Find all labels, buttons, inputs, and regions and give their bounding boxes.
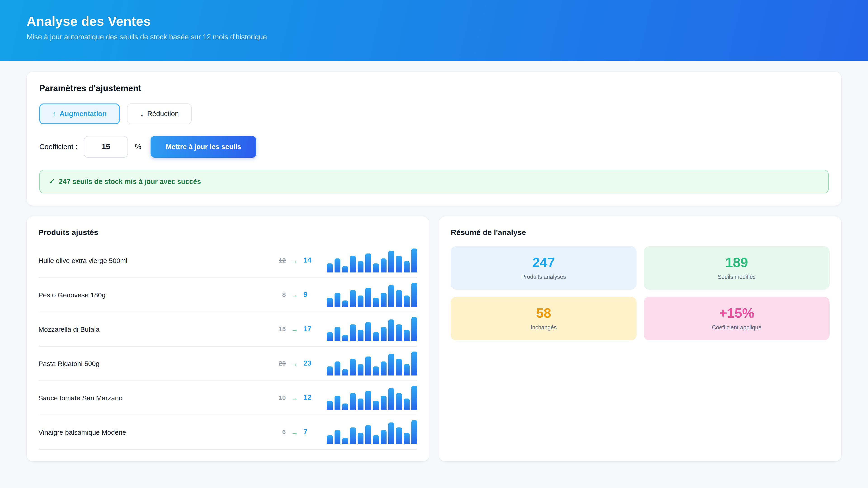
threshold-values: 8 → 9 bbox=[275, 291, 315, 299]
sparkline-bar bbox=[335, 258, 340, 272]
product-old-value: 20 bbox=[275, 360, 286, 367]
sparkline-bar bbox=[404, 261, 410, 272]
sparkline-bar bbox=[388, 354, 394, 375]
product-name: Pasta Rigatoni 500g bbox=[38, 359, 99, 367]
threshold-values: 6 → 7 bbox=[275, 428, 315, 436]
sparkline bbox=[327, 351, 417, 375]
threshold-values: 12 → 14 bbox=[275, 256, 315, 264]
table-row: Mozzarella di Bufala 15 → 17 bbox=[38, 312, 417, 346]
sparkline-bar bbox=[388, 320, 394, 341]
sparkline-bar bbox=[373, 435, 379, 444]
sparkline-bar bbox=[327, 298, 333, 306]
sparkline-bar bbox=[381, 258, 386, 272]
sparkline-bar bbox=[396, 256, 402, 272]
sparkline-bar bbox=[358, 330, 364, 341]
panels-row: Produits ajustés Huile olive extra vierg… bbox=[27, 216, 841, 461]
sparkline-bar bbox=[327, 263, 333, 272]
sparkline bbox=[327, 386, 417, 410]
product-new-value: 17 bbox=[303, 325, 315, 333]
sparkline-bar bbox=[388, 423, 394, 444]
threshold-values: 10 → 12 bbox=[275, 394, 315, 402]
sparkline-bar bbox=[411, 420, 417, 444]
coefficient-label: Coefficient : bbox=[39, 142, 77, 151]
sparkline-bar bbox=[350, 325, 356, 341]
product-new-value: 12 bbox=[303, 394, 315, 402]
sparkline-bar bbox=[396, 393, 402, 410]
sparkline-bar bbox=[388, 388, 394, 410]
mode-toggle-group: ↑ Augmentation ↓ Réduction bbox=[39, 103, 829, 124]
sparkline-bar bbox=[404, 398, 410, 410]
coefficient-input[interactable] bbox=[84, 136, 128, 158]
sparkline-bar bbox=[365, 288, 371, 306]
sparkline-bar bbox=[404, 433, 410, 444]
sparkline-bar bbox=[342, 403, 348, 410]
arrow-right-icon: → bbox=[291, 291, 298, 298]
success-text: 247 seuils de stock mis à jour avec succ… bbox=[59, 177, 201, 186]
percent-sign: % bbox=[135, 142, 141, 151]
product-new-value: 14 bbox=[303, 256, 315, 264]
products-title: Produits ajustés bbox=[38, 228, 417, 237]
sparkline bbox=[327, 317, 417, 341]
augmentation-button[interactable]: ↑ Augmentation bbox=[39, 103, 120, 124]
arrow-down-icon: ↓ bbox=[140, 110, 144, 117]
sparkline-bar bbox=[411, 283, 417, 306]
arrow-up-icon: ↑ bbox=[53, 110, 56, 117]
threshold-values: 20 → 23 bbox=[275, 359, 315, 367]
product-new-value: 9 bbox=[303, 291, 315, 299]
page-subtitle: Mise à jour automatique des seuils de st… bbox=[27, 33, 841, 41]
sparkline-bar bbox=[404, 295, 410, 306]
product-old-value: 6 bbox=[275, 428, 286, 435]
sparkline-bar bbox=[373, 401, 379, 410]
stat-value: 247 bbox=[456, 255, 631, 269]
sparkline-bar bbox=[388, 285, 394, 306]
sparkline-bar bbox=[327, 366, 333, 375]
sparkline-bar bbox=[411, 317, 417, 341]
summary-title: Résumé de l'analyse bbox=[451, 228, 830, 237]
sparkline-bar bbox=[342, 437, 348, 444]
sparkline-bar bbox=[335, 430, 340, 444]
stat-label: Seuils modifiés bbox=[649, 273, 824, 280]
summary-grid: 247 Produits analysés 189 Seuils modifié… bbox=[451, 246, 830, 340]
table-row: Vinaigre balsamique Modène 6 → 7 bbox=[38, 415, 417, 449]
sparkline-bar bbox=[327, 435, 333, 444]
adjusted-products-panel: Produits ajustés Huile olive extra vierg… bbox=[27, 216, 429, 461]
stat-value: +15% bbox=[649, 305, 824, 320]
sparkline bbox=[327, 283, 417, 306]
arrow-right-icon: → bbox=[291, 394, 298, 401]
sparkline-bar bbox=[381, 361, 386, 375]
sparkline-bar bbox=[411, 248, 417, 272]
sparkline-bar bbox=[358, 398, 364, 410]
sparkline-bar bbox=[358, 433, 364, 444]
sparkline-bar bbox=[365, 391, 371, 410]
stat-card-pink: +15% Coefficient appliqué bbox=[644, 297, 830, 340]
stat-card-orange: 58 Inchangés bbox=[451, 297, 637, 340]
sparkline-bar bbox=[335, 396, 340, 410]
augmentation-label: Augmentation bbox=[60, 110, 107, 117]
sparkline-bar bbox=[373, 366, 379, 375]
product-name: Vinaigre balsamique Modène bbox=[38, 428, 126, 436]
sparkline-bar bbox=[350, 393, 356, 410]
product-name: Huile olive extra vierge 500ml bbox=[38, 256, 127, 264]
product-old-value: 15 bbox=[275, 325, 286, 332]
main-content: Paramètres d'ajustement ↑ Augmentation ↓… bbox=[0, 61, 868, 461]
sparkline-bar bbox=[373, 263, 379, 272]
sparkline-bar bbox=[404, 364, 410, 375]
reduction-button[interactable]: ↓ Réduction bbox=[127, 103, 192, 124]
coefficient-row: Coefficient : % Mettre à jour les seuils bbox=[39, 136, 829, 158]
product-name: Mozzarella di Bufala bbox=[38, 325, 99, 333]
sparkline bbox=[327, 420, 417, 444]
sparkline-bar bbox=[365, 425, 371, 444]
sparkline-bar bbox=[342, 300, 348, 306]
sparkline-bar bbox=[396, 428, 402, 444]
stat-label: Coefficient appliqué bbox=[649, 324, 824, 330]
sparkline-bar bbox=[358, 364, 364, 375]
stat-value: 58 bbox=[456, 305, 631, 320]
product-new-value: 7 bbox=[303, 428, 315, 436]
sparkline-bar bbox=[381, 430, 386, 444]
sparkline-bar bbox=[342, 369, 348, 375]
table-row: Sauce tomate San Marzano 10 → 12 bbox=[38, 381, 417, 415]
arrow-right-icon: → bbox=[291, 428, 298, 436]
sparkline-bar bbox=[358, 261, 364, 272]
sparkline-bar bbox=[335, 293, 340, 306]
update-thresholds-button[interactable]: Mettre à jour les seuils bbox=[151, 136, 256, 158]
